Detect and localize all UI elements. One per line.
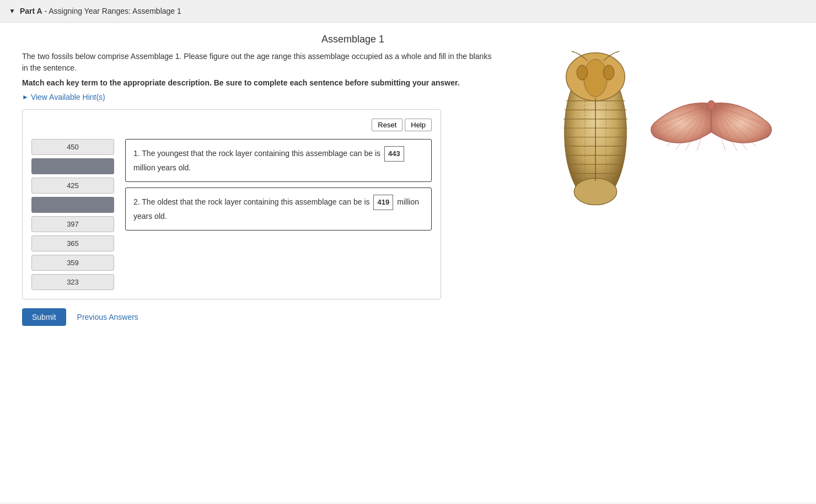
sentence-1-box: 1. The youngest that the rock layer cont… (125, 139, 432, 182)
assemblage-area: Assemblage 1 (22, 34, 794, 326)
trilobite-fossil (551, 50, 640, 216)
drag-item-used1[interactable] (31, 158, 114, 174)
svg-point-3 (577, 65, 587, 80)
svg-point-4 (604, 65, 614, 80)
sentence-2-prefix: 2. The oldest that the rock layer contai… (133, 197, 370, 206)
previous-answers-link[interactable]: Previous Answers (77, 313, 138, 321)
hint-arrow-icon: ► (22, 93, 29, 101)
drag-item-used2[interactable] (31, 197, 114, 213)
hint-label: View Available Hint(s) (31, 93, 105, 101)
sentences-area: 1. The youngest that the rock layer cont… (125, 139, 432, 230)
fossils-container (518, 34, 794, 232)
drag-item-359[interactable]: 359 (31, 255, 114, 271)
drag-item-450[interactable]: 450 (31, 139, 114, 155)
description-text: The two fossils below comprise Assemblag… (22, 51, 496, 74)
exercise-toolbar: Reset Help (31, 119, 432, 131)
sentence-1-answer[interactable]: 443 (384, 146, 404, 162)
reset-button[interactable]: Reset (372, 119, 402, 131)
sentence-1-prefix: 1. The youngest that the rock layer cont… (133, 149, 380, 158)
header-bar: ▼ Part A - Assigning Year Ranges: Assemb… (0, 0, 816, 23)
shell-fossil (645, 94, 777, 160)
svg-point-2 (584, 59, 608, 96)
collapse-chevron[interactable]: ▼ (9, 7, 15, 15)
svg-point-34 (707, 100, 715, 110)
main-content: Assemblage 1 (0, 23, 816, 502)
drag-item-365[interactable]: 365 (31, 235, 114, 251)
sentence-2-box: 2. The oldest that the rock layer contai… (125, 187, 432, 230)
hint-link[interactable]: ► View Available Hint(s) (22, 93, 105, 101)
exercise-box: Reset Help 450 425 397 365 359 323 (22, 109, 441, 299)
drag-item-397[interactable]: 397 (31, 216, 114, 232)
sentence-1-suffix: million years old. (133, 163, 191, 172)
help-button[interactable]: Help (405, 119, 432, 131)
drag-item-425[interactable]: 425 (31, 178, 114, 194)
part-label: Part A - Assigning Year Ranges: Assembla… (20, 7, 181, 15)
sentence-2-answer[interactable]: 419 (373, 195, 393, 210)
bold-instruction: Match each key term to the appropriate d… (22, 78, 496, 87)
exercise-body: 450 425 397 365 359 323 1. The youngest … (31, 139, 432, 290)
submit-button[interactable]: Submit (22, 308, 66, 326)
submit-area: Submit Previous Answers (22, 308, 496, 326)
svg-point-5 (574, 178, 616, 205)
drag-item-323[interactable]: 323 (31, 274, 114, 290)
part-a-label: Part A (20, 7, 42, 15)
drag-items-column: 450 425 397 365 359 323 (31, 139, 114, 290)
